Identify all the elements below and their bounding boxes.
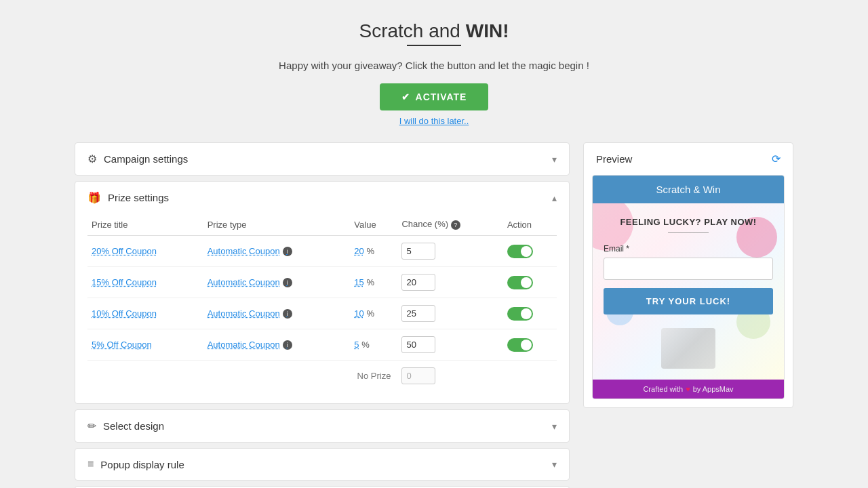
page-title: Scratch and WIN! xyxy=(359,20,509,42)
select-design-title: Select design xyxy=(103,420,164,432)
left-panel: ⚙ Campaign settings ▾ 🎁 Prize settings ▴ xyxy=(75,142,570,488)
popup-display-section: ≡ Popup display rule ▾ xyxy=(75,448,570,481)
prize-value-2[interactable]: 10 xyxy=(354,308,363,319)
coupon-info-icon-1[interactable]: i xyxy=(283,278,292,287)
no-prize-row: No Prize xyxy=(87,361,557,392)
chance-input-2[interactable] xyxy=(401,305,435,322)
popup-display-header[interactable]: ≡ Popup display rule ▾ xyxy=(75,449,569,480)
prize-table: Prize title Prize type Value Chance (%) … xyxy=(87,214,557,391)
prize-settings-header[interactable]: 🎁 Prize settings ▴ xyxy=(75,182,569,214)
pencil-icon: ✏ xyxy=(87,420,96,432)
prize-title-link-1[interactable]: 15% Off Coupon xyxy=(92,277,157,287)
campaign-settings-title: Campaign settings xyxy=(104,153,188,165)
prize-settings-title: Prize settings xyxy=(108,192,169,203)
hero-subtitle: Happy with your giveaway? Click the butt… xyxy=(279,60,589,71)
col-value: Value xyxy=(350,214,397,236)
percent-sign-2: % xyxy=(366,308,374,319)
prize-title-link-3[interactable]: 5% Off Coupon xyxy=(92,340,152,350)
feeling-lucky-text: FEELING LUCKY? PLAY NOW! xyxy=(604,217,773,227)
email-input[interactable] xyxy=(604,258,773,280)
table-row: 15% Off Coupon Automatic Coupon i 15 % xyxy=(87,267,557,298)
select-design-header[interactable]: ✏ Select design ▾ xyxy=(75,410,569,442)
percent-sign-0: % xyxy=(366,246,374,256)
chance-info-icon[interactable]: ? xyxy=(451,220,460,230)
prize-table-wrapper: Prize title Prize type Value Chance (%) … xyxy=(75,214,569,403)
gift-icon: 🎁 xyxy=(87,191,101,204)
prize-title-link-0[interactable]: 20% Off Coupon xyxy=(92,246,157,256)
widget-body: FEELING LUCKY? PLAY NOW! Email * TRY YOU… xyxy=(593,203,784,380)
preview-title: Preview xyxy=(596,153,632,165)
widget-footer: Crafted with ♥ by AppsMav xyxy=(593,380,784,399)
campaign-settings-header[interactable]: ⚙ Campaign settings ▾ xyxy=(75,143,569,175)
checkmark-icon: ✔ xyxy=(401,92,410,102)
refresh-icon-preview[interactable]: ⟳ xyxy=(772,152,781,165)
heart-icon: ♥ xyxy=(686,385,690,393)
prize-value-1[interactable]: 15 xyxy=(354,277,363,287)
select-design-section: ✏ Select design ▾ xyxy=(75,409,570,443)
coupon-info-icon-2[interactable]: i xyxy=(283,309,292,319)
prize-value-0[interactable]: 20 xyxy=(354,246,363,256)
coupon-info-icon-0[interactable]: i xyxy=(283,247,292,256)
later-link[interactable]: I will do this later.. xyxy=(399,116,469,126)
lucky-divider xyxy=(668,232,709,233)
table-row: 5% Off Coupon Automatic Coupon i 5 % xyxy=(87,329,557,361)
chance-input-0[interactable] xyxy=(401,243,435,260)
chance-input-3[interactable] xyxy=(401,336,435,353)
no-prize-label: No Prize xyxy=(357,371,391,381)
gear-icon: ⚙ xyxy=(87,152,97,165)
coupon-type-1[interactable]: Automatic Coupon i xyxy=(208,277,347,287)
coupon-info-icon-3[interactable]: i xyxy=(283,340,292,350)
no-prize-input[interactable] xyxy=(401,367,435,384)
campaign-settings-section: ⚙ Campaign settings ▾ xyxy=(75,142,570,176)
percent-sign-1: % xyxy=(366,277,374,287)
preview-panel: Preview ⟳ Scratch & Win FEELING LUCKY? P… xyxy=(583,142,793,408)
sliders-icon: ≡ xyxy=(87,458,94,470)
percent-sign-3: % xyxy=(361,340,370,350)
chevron-down-icon: ▾ xyxy=(552,154,557,165)
prize-settings-section: 🎁 Prize settings ▴ Prize title Prize typ… xyxy=(75,181,570,404)
activate-button[interactable]: ✔ ACTIVATE xyxy=(380,83,489,110)
preview-widget: Scratch & Win FEELING LUCKY? PLAY NOW! E… xyxy=(592,175,785,399)
toggle-3[interactable] xyxy=(507,338,533,352)
col-prize-type: Prize type xyxy=(203,214,351,236)
table-row: 20% Off Coupon Automatic Coupon i 20 % xyxy=(87,236,557,267)
coupon-type-2[interactable]: Automatic Coupon i xyxy=(208,308,347,319)
coupon-type-3[interactable]: Automatic Coupon i xyxy=(208,340,347,350)
chevron-down-icon-design: ▾ xyxy=(552,421,557,432)
coupon-type-0[interactable]: Automatic Coupon i xyxy=(208,246,347,256)
col-prize-title: Prize title xyxy=(87,214,203,236)
col-chance: Chance (%) ? xyxy=(397,214,502,236)
toggle-0[interactable] xyxy=(507,245,533,258)
title-underline xyxy=(407,45,461,46)
chevron-down-icon-popup: ▾ xyxy=(552,459,557,470)
toggle-2[interactable] xyxy=(507,307,533,321)
widget-content: FEELING LUCKY? PLAY NOW! Email * TRY YOU… xyxy=(604,217,773,369)
try-luck-button[interactable]: TRY YOUR LUCK! xyxy=(604,288,773,314)
popup-display-title: Popup display rule xyxy=(100,459,184,470)
table-row: 10% Off Coupon Automatic Coupon i 10 % xyxy=(87,298,557,329)
widget-header: Scratch & Win xyxy=(593,176,784,203)
chevron-up-icon: ▴ xyxy=(552,192,557,203)
chance-input-1[interactable] xyxy=(401,274,435,291)
scratch-visual xyxy=(661,328,715,369)
prize-value-3[interactable]: 5 xyxy=(354,340,359,350)
preview-header: Preview ⟳ xyxy=(584,143,793,175)
col-action: Action xyxy=(503,214,557,236)
prize-title-link-2[interactable]: 10% Off Coupon xyxy=(92,308,157,319)
email-label: Email * xyxy=(604,244,773,253)
toggle-1[interactable] xyxy=(507,276,533,289)
